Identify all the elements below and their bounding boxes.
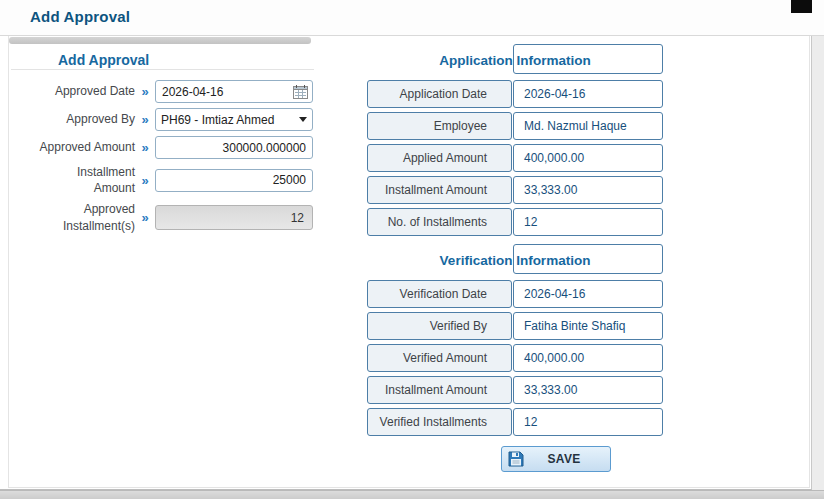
approved-installments-field: 12 bbox=[155, 205, 313, 230]
field-row-approved-by: Approved By » PH69 - Imtiaz Ahmed bbox=[11, 108, 323, 131]
info-label: Verified Amount bbox=[367, 344, 512, 372]
info-label: Application Date bbox=[367, 80, 512, 108]
info-value: 2026-04-16 bbox=[513, 280, 663, 308]
info-value: 12 bbox=[513, 208, 663, 236]
dialog-panel: Add Approval Approved Date » bbox=[0, 36, 812, 490]
approved-installments-label: Approved Installment(s) bbox=[35, 201, 135, 233]
info-label: Verified By bbox=[367, 312, 512, 340]
info-label: Applied Amount bbox=[367, 144, 512, 172]
table-row: Installment Amount 33,333.00 bbox=[367, 176, 663, 204]
required-marker-icon: » bbox=[135, 84, 155, 99]
required-marker-icon: » bbox=[135, 173, 155, 188]
table-row: Installment Amount 33,333.00 bbox=[367, 376, 663, 404]
titlebar-corner-artifact bbox=[791, 0, 812, 13]
approved-amount-input[interactable] bbox=[155, 136, 313, 159]
save-button-label: SAVE bbox=[524, 452, 604, 466]
info-label: Installment Amount bbox=[367, 376, 512, 404]
info-value: Fatiha Binte Shafiq bbox=[513, 312, 663, 340]
required-marker-icon: » bbox=[135, 140, 155, 155]
application-info-section: Application Information Application Date… bbox=[367, 44, 663, 236]
approved-date-label: Approved Date bbox=[35, 83, 135, 99]
titlebar: Add Approval bbox=[0, 0, 824, 36]
info-value: 400,000.00 bbox=[513, 344, 663, 372]
info-value: 400,000.00 bbox=[513, 144, 663, 172]
approved-amount-field bbox=[155, 136, 313, 159]
approved-by-select[interactable]: PH69 - Imtiaz Ahmed bbox=[155, 108, 313, 131]
field-row-approved-installments: Approved Installment(s) » 12 bbox=[11, 201, 323, 233]
info-value: Md. Nazmul Haque bbox=[513, 112, 663, 140]
window-bottom-edge bbox=[0, 490, 824, 499]
required-marker-icon: » bbox=[135, 112, 155, 127]
application-info-heading: Application Information bbox=[367, 53, 663, 68]
approved-date-field bbox=[155, 80, 313, 103]
table-row: Employee Md. Nazmul Haque bbox=[367, 112, 663, 140]
info-value: 33,333.00 bbox=[513, 376, 663, 404]
verification-info-heading: Verification Information bbox=[367, 253, 663, 268]
page-title: Add Approval bbox=[30, 8, 130, 25]
table-row: Verification Date 2026-04-16 bbox=[367, 280, 663, 308]
info-column: Application Information Application Date… bbox=[367, 44, 663, 440]
info-label: Verification Date bbox=[367, 280, 512, 308]
verification-info-heading-row: Verification Information bbox=[367, 244, 663, 276]
page: { "window": { "title": "Add Approval" },… bbox=[0, 0, 824, 499]
approved-amount-label: Approved Amount bbox=[35, 139, 135, 155]
table-row: Verified By Fatiha Binte Shafiq bbox=[367, 312, 663, 340]
field-row-installment-amount: Installment Amount » bbox=[11, 164, 323, 196]
info-label: No. of Installments bbox=[367, 208, 512, 236]
info-label: Installment Amount bbox=[367, 176, 512, 204]
field-row-approved-amount: Approved Amount » bbox=[11, 136, 323, 159]
save-disk-icon bbox=[508, 451, 524, 467]
dialog-content: Add Approval Approved Date » bbox=[8, 36, 810, 488]
approved-by-label: Approved By bbox=[35, 111, 135, 127]
installment-amount-input[interactable] bbox=[155, 169, 313, 192]
table-row: Applied Amount 400,000.00 bbox=[367, 144, 663, 172]
info-label: Employee bbox=[367, 112, 512, 140]
approved-by-selected-option: PH69 - Imtiaz Ahmed bbox=[161, 113, 296, 127]
table-row: Application Date 2026-04-16 bbox=[367, 80, 663, 108]
info-value: 12 bbox=[513, 408, 663, 436]
installment-amount-label: Installment Amount bbox=[35, 164, 135, 196]
save-button[interactable]: SAVE bbox=[501, 446, 611, 472]
installment-amount-field bbox=[155, 169, 313, 192]
chevron-down-icon bbox=[299, 117, 307, 122]
table-row: Verified Amount 400,000.00 bbox=[367, 344, 663, 372]
required-marker-icon: » bbox=[135, 210, 155, 225]
application-info-heading-row: Application Information bbox=[367, 44, 663, 76]
left-section-heading: Add Approval bbox=[58, 52, 149, 68]
field-row-approved-date: Approved Date » bbox=[11, 80, 323, 103]
approval-form: Approved Date » bbox=[11, 80, 323, 239]
info-label: Verified Installments bbox=[367, 408, 512, 436]
table-row: Verified Installments 12 bbox=[367, 408, 663, 436]
horizontal-scrollbar[interactable] bbox=[9, 37, 311, 44]
section-divider bbox=[11, 69, 314, 70]
info-value: 2026-04-16 bbox=[513, 80, 663, 108]
approved-date-input[interactable] bbox=[155, 80, 313, 103]
calendar-icon[interactable] bbox=[293, 85, 308, 99]
verification-info-section: Verification Information Verification Da… bbox=[367, 244, 663, 436]
approved-installments-readonly-value: 12 bbox=[155, 205, 313, 230]
table-row: No. of Installments 12 bbox=[367, 208, 663, 236]
info-value: 33,333.00 bbox=[513, 176, 663, 204]
approved-by-field: PH69 - Imtiaz Ahmed bbox=[155, 108, 313, 131]
